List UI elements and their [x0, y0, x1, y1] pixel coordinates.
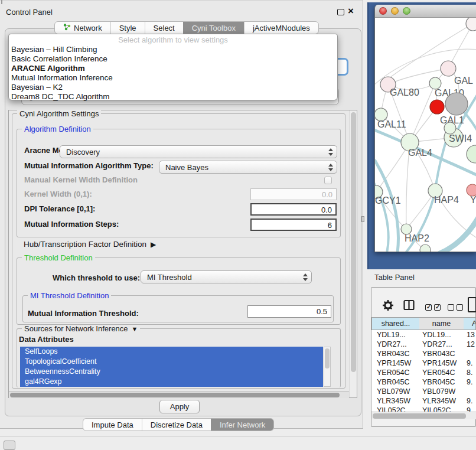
hub-definition-expander[interactable]: Hub/Transcription Factor Definition▶	[24, 240, 156, 249]
table-cell: YDR27...	[377, 340, 407, 349]
network-node-label: GAL80	[390, 87, 419, 97]
tab-style[interactable]: Style	[110, 22, 145, 34]
tab-label: jActiveMNodules	[253, 22, 310, 34]
selected-value: MI Threshold	[147, 273, 192, 282]
table-cell: YBR043C	[377, 349, 410, 358]
node-table: YDL19...YDL19...13YDR27...YDR27...12YBR0…	[371, 330, 476, 412]
network-node[interactable]	[430, 100, 444, 114]
split-columns-icon[interactable]	[403, 299, 415, 313]
attribute-item[interactable]: gal4RGexp	[20, 377, 323, 387]
table-row[interactable]: YER054CYER054C8.	[371, 368, 476, 377]
mi-type-label: Mutual Information Algorithm Type:	[24, 161, 154, 170]
network-node-label: GAL4	[408, 148, 432, 158]
algorithm-option[interactable]: ARACNE Algorithm	[9, 64, 337, 73]
tab-label: Select	[154, 22, 175, 34]
network-node[interactable]	[420, 244, 431, 252]
network-node[interactable]	[466, 18, 476, 31]
network-node[interactable]	[444, 122, 456, 134]
tab-cyni-toolbox[interactable]: Cyni Toolbox	[183, 22, 244, 34]
table-cell: 13	[467, 330, 475, 340]
scrollbar-thumb[interactable]	[351, 112, 356, 372]
horizontal-scrollbar[interactable]	[9, 391, 349, 398]
mi-steps-label: Mutual Information Steps:	[24, 220, 119, 229]
column-header-clipped[interactable]: A	[464, 317, 476, 330]
attribute-item[interactable]: TopologicalCoefficient	[20, 357, 323, 367]
scrollbar-thumb[interactable]	[325, 348, 330, 369]
network-canvas[interactable]: GALGAL80GAL10GAL1GAL11SWI4GAL4GCY1HAP4YH…	[375, 18, 476, 252]
attribute-item[interactable]: BetweennessCentrality	[20, 367, 323, 377]
table-cell: YPR145W	[377, 358, 411, 368]
table-row[interactable]: YBL079WYBL079W	[371, 387, 476, 396]
mac-close-button[interactable]	[379, 7, 387, 15]
network-node[interactable]	[445, 93, 468, 115]
table-row[interactable]: YLR345WYLR345W9.	[371, 396, 476, 406]
algorithm-option[interactable]: Basic Correlation Inference	[9, 54, 337, 64]
tab-jactivemnodules[interactable]: jActiveMNodules	[244, 22, 318, 34]
data-attributes-label: Data Attributes	[19, 335, 74, 344]
table-cell: 9.	[467, 358, 472, 368]
tab-label: Cyni Toolbox	[192, 22, 236, 34]
tab-discretize-data[interactable]: Discretize Data	[142, 419, 211, 431]
close-icon[interactable]: ×	[348, 5, 354, 17]
mi-algorithm-type-select[interactable]: Naive Bayes	[159, 161, 337, 174]
network-node[interactable]	[467, 184, 476, 196]
table-row[interactable]: YBR043CYBR043C	[371, 349, 476, 358]
algorithm-definition-group: Algorithm Definition Aracne Mode: Discov…	[17, 129, 341, 237]
network-node-label: GCY1	[375, 195, 401, 206]
sources-title: Sources for Network Inference	[24, 324, 128, 333]
mac-minimize-button[interactable]	[391, 7, 399, 15]
aracne-mode-select[interactable]: Discovery	[60, 145, 337, 158]
tab-label: Infer Network	[220, 419, 265, 431]
apply-button[interactable]: Apply	[159, 400, 200, 413]
algorithm-option[interactable]: Dream8 DC_TDC Algorithm	[9, 92, 337, 102]
unchecked-boxes-icon[interactable]	[448, 302, 465, 313]
checked-boxes-icon[interactable]	[425, 302, 443, 313]
tab-network[interactable]: Network	[55, 22, 110, 34]
network-node[interactable]	[441, 61, 456, 76]
scrollbar-thumb[interactable]	[373, 413, 466, 419]
sources-expander[interactable]: Sources for Network Inference▼	[22, 325, 140, 333]
vertical-scrollbar[interactable]	[350, 110, 357, 397]
table-row[interactable]: YDR27...YDR27...12	[371, 340, 476, 349]
float-panel-icon[interactable]	[337, 9, 344, 15]
network-node-label: Y	[470, 195, 476, 205]
network-node[interactable]	[467, 145, 476, 163]
table-row[interactable]: YDL19...YDL19...13	[371, 330, 476, 340]
column-header-shared-name[interactable]: shared...	[371, 317, 420, 330]
algorithm-dropdown-popup: Select algorithm to view settings Bayesi…	[8, 34, 338, 100]
collapsed-panel-button[interactable]	[4, 441, 15, 450]
threshold-select[interactable]: MI Threshold	[141, 270, 312, 283]
network-window-titlebar[interactable]	[375, 5, 476, 18]
column-header-name[interactable]: name	[419, 317, 464, 330]
tab-infer-network[interactable]: Infer Network	[211, 419, 273, 431]
attribute-list-scrollbar[interactable]	[324, 347, 331, 387]
tab-select[interactable]: Select	[145, 22, 183, 34]
table-cell: YBL079W	[377, 387, 410, 396]
table-cell: YIL052C	[377, 406, 406, 412]
table-cell: 8.	[467, 368, 472, 377]
algorithm-option[interactable]: Mutual Information Inference	[9, 73, 337, 83]
mi-steps-field[interactable]: 6	[250, 219, 337, 231]
table-cell: 9.	[467, 396, 472, 406]
table-row[interactable]: YPR145WYPR145W9.	[371, 358, 476, 368]
algorithm-option[interactable]: Bayesian – Hill Climbing	[9, 45, 337, 54]
manual-kernel-checkbox[interactable]	[324, 177, 332, 184]
table-row[interactable]: YIL052CYIL052C9.	[371, 406, 476, 412]
table-cell: YLR345W	[377, 396, 410, 406]
mi-threshold-field[interactable]: 0.5	[247, 305, 331, 318]
algorithm-option[interactable]: Bayesian – K2	[9, 83, 337, 92]
stepper-arrows-icon	[303, 273, 308, 281]
stepper-arrows-icon	[328, 148, 333, 156]
document-icon[interactable]	[468, 297, 476, 312]
network-node[interactable]	[429, 77, 441, 89]
tab-impute-data[interactable]: Impute Data	[83, 419, 142, 431]
panel-resize-handle[interactable]	[361, 216, 364, 222]
network-tab-icon	[63, 22, 71, 34]
scrollbar-thumb[interactable]	[10, 393, 340, 397]
table-horizontal-scrollbar[interactable]	[371, 412, 476, 419]
table-row[interactable]: YBR045CYBR045C9.	[371, 377, 476, 387]
gear-icon[interactable]	[382, 299, 394, 314]
dpi-tolerance-field[interactable]: 0.0	[250, 203, 337, 216]
mac-zoom-button[interactable]	[403, 7, 410, 15]
attribute-item[interactable]: SelfLoops	[20, 347, 323, 357]
